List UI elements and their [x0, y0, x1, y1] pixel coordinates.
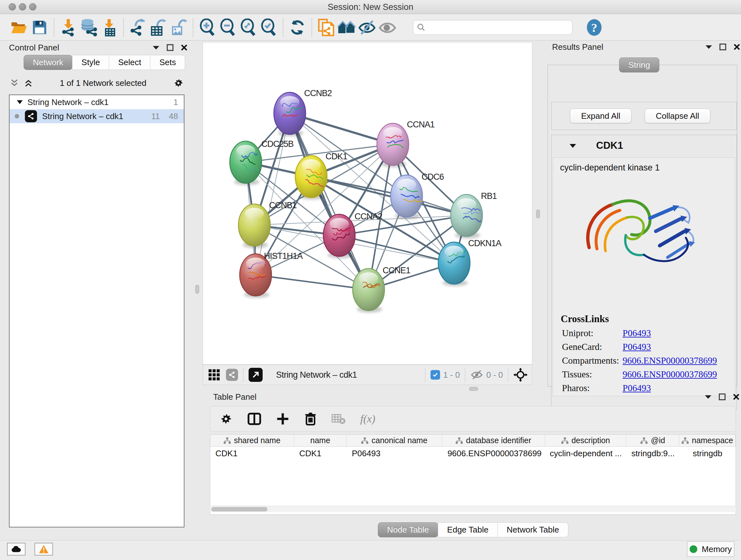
import-table-button[interactable]	[99, 17, 119, 38]
toolbar-search-field[interactable]	[413, 20, 572, 35]
expand-all-icon[interactable]	[23, 78, 33, 88]
network-node-HIST1H1A[interactable]: HIST1H1A	[240, 251, 303, 298]
protein-header-row[interactable]: CDK1	[551, 135, 737, 156]
network-node-CCNA2[interactable]: CCNA2	[323, 212, 382, 258]
close-panel-icon[interactable]	[733, 393, 740, 400]
column-header-namespace[interactable]: namespace	[679, 435, 736, 446]
network-row-selected[interactable]: String Network – cdk1 11 48	[10, 109, 184, 123]
column-header-shared-name[interactable]: shared name	[210, 435, 294, 446]
table-cell[interactable]: cyclin-dependent ...	[545, 447, 627, 460]
open-in-window-button[interactable]	[249, 368, 263, 382]
right-splitter-handle[interactable]	[536, 209, 540, 219]
panel-menu-icon[interactable]	[152, 45, 159, 50]
horizontal-splitter-handle[interactable]	[469, 387, 478, 391]
warnings-button[interactable]	[35, 543, 53, 556]
network-node-CCNE1[interactable]: CCNE1	[353, 266, 410, 313]
float-panel-icon[interactable]	[166, 44, 174, 51]
panel-menu-icon[interactable]	[705, 45, 712, 49]
tab-network-table[interactable]: Network Table	[497, 522, 568, 537]
show-hidden-button[interactable]	[377, 17, 398, 38]
zoom-in-button[interactable]	[197, 17, 218, 38]
add-column-icon[interactable]	[276, 412, 289, 426]
table-cell[interactable]: stringdb:9...	[626, 447, 679, 460]
network-node-CDC6[interactable]: CDC6	[391, 172, 444, 219]
show-columns-icon[interactable]	[247, 412, 261, 426]
network-options-gear-icon[interactable]	[173, 78, 184, 88]
tab-network[interactable]: Network	[23, 55, 72, 70]
tab-string[interactable]: String	[619, 57, 659, 72]
import-network-button[interactable]	[58, 17, 78, 38]
table-cell[interactable]: CDK1	[210, 447, 294, 460]
cloud-status-button[interactable]	[7, 543, 25, 556]
close-panel-icon[interactable]	[181, 44, 188, 51]
collapse-all-button[interactable]: Collapse All	[645, 109, 711, 123]
scrollbar-thumb[interactable]	[211, 507, 267, 511]
export-network-button[interactable]	[128, 17, 148, 38]
column-header--id[interactable]: @id	[626, 435, 679, 446]
zoom-selected-button[interactable]	[259, 17, 279, 38]
import-network-from-database-button[interactable]	[78, 17, 99, 38]
memory-button[interactable]: Memory	[687, 542, 734, 557]
column-header-label: namespace	[692, 436, 733, 445]
column-header-database-identifier[interactable]: database identifier	[442, 435, 545, 446]
network-node-CCNB1[interactable]: CCNB1	[239, 200, 297, 248]
tree-expander-icon[interactable]	[17, 100, 23, 105]
refresh-icon	[289, 19, 306, 36]
tab-edge-table[interactable]: Edge Table	[438, 522, 498, 537]
network-view-canvas[interactable]: CCNB2CCNA1CDC25BCDK1CDC6RB1CCNB1CCNA2CDK…	[203, 42, 532, 365]
protein-structure-image	[574, 177, 711, 305]
export-image-button[interactable]	[169, 17, 189, 38]
table-options-gear-icon[interactable]	[219, 412, 232, 426]
network-edge	[290, 113, 368, 290]
float-panel-icon[interactable]	[719, 44, 726, 51]
float-panel-icon[interactable]	[719, 393, 726, 400]
column-header-description[interactable]: description	[545, 435, 627, 446]
network-collection-row[interactable]: String Network – cdk1 1	[10, 95, 184, 109]
show-all-button[interactable]	[336, 17, 357, 38]
table-cell[interactable]: CDK1	[294, 447, 347, 460]
tab-sets[interactable]: Sets	[150, 55, 185, 70]
selected-nodes-checkbox[interactable]	[430, 370, 440, 380]
fit-content-crosshair-icon[interactable]	[514, 368, 528, 382]
network-node-CCNB2[interactable]: CCNB2	[274, 88, 332, 136]
table-cell[interactable]: stringdb	[679, 447, 736, 460]
expand-all-button[interactable]: Expand All	[570, 109, 631, 123]
node-label: RB1	[481, 191, 497, 201]
clone-network-button[interactable]	[316, 17, 336, 38]
network-node-RB1[interactable]: RB1	[451, 191, 497, 239]
refresh-layout-button[interactable]	[287, 17, 308, 38]
birds-eye-view-icon[interactable]	[208, 369, 220, 381]
table-cell[interactable]: P06493	[347, 447, 443, 460]
table-horizontal-scrollbar[interactable]	[210, 506, 736, 512]
search-input[interactable]	[428, 23, 568, 32]
crosslink-value-link[interactable]: 9606.ENSP00000378699	[623, 355, 717, 366]
hide-selected-button[interactable]	[357, 17, 377, 38]
zoom-out-button[interactable]	[218, 17, 238, 38]
network-node-CDKN1A[interactable]: CDKN1A	[438, 239, 502, 286]
export-table-button[interactable]	[148, 17, 169, 38]
column-header-name[interactable]: name	[294, 435, 347, 446]
collapse-all-icon[interactable]	[10, 78, 19, 88]
delete-column-icon[interactable]	[304, 412, 317, 426]
crosslink-value-link[interactable]: P06493	[623, 341, 651, 352]
section-collapse-icon[interactable]	[569, 143, 576, 148]
network-edge	[256, 113, 290, 275]
open-session-button[interactable]	[9, 17, 29, 38]
close-panel-icon[interactable]	[733, 44, 740, 51]
help-button[interactable]: ?	[584, 17, 604, 38]
table-row[interactable]: CDK1CDK1P064939606.ENSP00000378699cyclin…	[210, 447, 736, 460]
save-session-button[interactable]	[29, 17, 50, 38]
crosslink-row: Compartments:9606.ENSP00000378699	[562, 355, 735, 366]
tab-select[interactable]: Select	[109, 55, 150, 70]
tab-node-table[interactable]: Node Table	[378, 522, 438, 537]
left-splitter-handle[interactable]	[195, 285, 199, 294]
panel-menu-icon[interactable]	[704, 395, 712, 399]
crosslink-value-link[interactable]: 9606.ENSP00000378699	[623, 369, 717, 380]
crosslink-value-link[interactable]: P06493	[623, 328, 651, 338]
tab-style[interactable]: Style	[72, 55, 109, 70]
zoom-fit-button[interactable]	[238, 17, 259, 38]
selected-node-edge-count: 1 - 0	[443, 370, 460, 380]
network-node-CCNA1[interactable]: CCNA1	[377, 120, 434, 167]
column-header-canonical-name[interactable]: canonical name	[347, 435, 442, 446]
table-cell[interactable]: 9606.ENSP00000378699	[442, 447, 545, 460]
